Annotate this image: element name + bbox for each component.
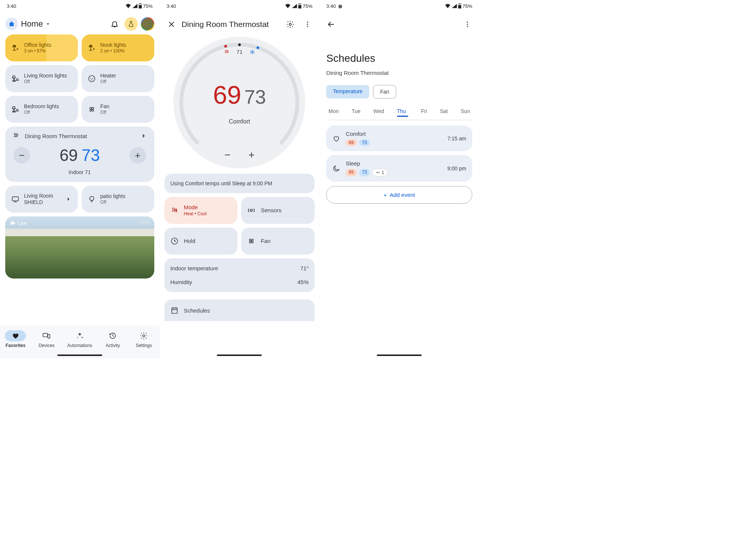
home-label: Home <box>21 19 43 29</box>
chip-fan[interactable]: Fan <box>373 85 396 98</box>
dial-heat: 69 <box>213 80 242 109</box>
heart-icon <box>332 134 340 143</box>
nav-activity[interactable]: Activity <box>102 330 123 348</box>
day-tab-mon[interactable]: Mon <box>328 108 339 117</box>
tile-subtitle: 3 on • 57% <box>24 48 51 54</box>
signal-icon <box>132 4 137 8</box>
notifications-button[interactable] <box>108 17 121 31</box>
tile-hold[interactable]: Hold <box>164 228 238 255</box>
tile-office-lights[interactable]: Office lights 3 on • 57% <box>5 34 78 61</box>
nav-label: Favorites <box>6 343 25 348</box>
arrow-back-icon <box>327 20 335 28</box>
day-tab-sat[interactable]: Sat <box>440 108 448 117</box>
nav-automations[interactable]: Automations <box>67 330 92 348</box>
tile-nook-lights[interactable]: Nook lights 2 on • 100% <box>82 34 154 61</box>
schedule-event-comfort[interactable]: Comfort 69 73 7:15 am <box>326 125 472 151</box>
temp-readout: 69 73 <box>60 146 100 165</box>
temp-plus-button[interactable]: + <box>130 147 146 164</box>
close-icon <box>167 20 176 28</box>
day-tab-fri[interactable]: Fri <box>421 108 427 117</box>
overflow-button[interactable] <box>460 17 474 31</box>
chevron-right-icon <box>140 132 148 140</box>
temp-minus-button[interactable]: − <box>13 147 30 164</box>
svg-point-4 <box>90 78 91 79</box>
overflow-button[interactable] <box>300 17 315 31</box>
day-tabs: Mon Tue Wed Thu Fri Sat Sun <box>326 108 472 117</box>
indoor-temp-label: Indoor temperature <box>170 265 218 271</box>
schedule-event-sleep[interactable]: Sleep 65 73 1 9:00 pm <box>326 155 472 182</box>
tile-patio-lights[interactable]: patio lights Off <box>82 186 154 213</box>
svg-point-3 <box>89 76 95 82</box>
labs-button[interactable] <box>124 17 138 31</box>
dial-plus-button[interactable]: + <box>248 149 254 161</box>
tile-subtitle: 2 on • 100% <box>100 48 126 54</box>
info-card: Indoor temperature 71° Humidity 45% <box>164 258 315 292</box>
day-tab-wed[interactable]: Wed <box>373 108 384 117</box>
tile-shield[interactable]: Living Room SHIELD <box>5 186 78 213</box>
tile-fan[interactable]: Fan Off <box>82 96 154 123</box>
home-icon[interactable] <box>5 18 18 30</box>
tile-mode[interactable]: Mode Heat • Cool <box>164 197 238 224</box>
day-tab-sun[interactable]: Sun <box>461 108 470 117</box>
tile-living-room-lights[interactable]: Living Room lights Off <box>5 65 78 92</box>
dial-current: 71 <box>236 49 243 55</box>
nav-devices[interactable]: Devices <box>36 330 57 348</box>
screen-thermostat-detail: 3:40 75% Dining Room Thermostat 71 69 <box>160 0 320 358</box>
gesture-bar <box>377 354 422 356</box>
gesture-bar <box>217 354 262 356</box>
bulb-icon <box>88 195 96 203</box>
bottom-nav: Favorites Devices Automations Activity S… <box>0 326 160 358</box>
chevron-right-icon <box>65 196 72 203</box>
fan-icon <box>88 105 96 113</box>
chip-temperature[interactable]: Temperature <box>326 85 369 98</box>
devices-icon <box>42 332 51 340</box>
schedules-row[interactable]: Schedules <box>164 299 315 321</box>
home-dropdown[interactable]: Home <box>21 19 51 29</box>
svg-point-14 <box>143 335 145 337</box>
lamp-icon <box>88 44 96 52</box>
tile-heater[interactable]: Heater Off <box>82 65 154 92</box>
day-tab-tue[interactable]: Tue <box>352 108 361 117</box>
signal-icon <box>292 4 297 8</box>
tile-subtitle: Off <box>100 110 109 115</box>
signal-icon <box>452 4 457 8</box>
battery-percentage: 75% <box>303 3 312 9</box>
tile-bedroom-lights[interactable]: Bedroom lights Off <box>5 96 78 123</box>
svg-rect-17 <box>298 5 301 8</box>
event-name: Sleep <box>346 160 442 167</box>
settings-button[interactable] <box>283 17 297 31</box>
tile-fan[interactable]: Fan <box>241 228 315 255</box>
thermostat-dial[interactable]: 71 69 73 Comfort − + <box>173 37 305 168</box>
back-button[interactable] <box>324 17 338 31</box>
tile-title: Bedroom lights <box>24 103 59 110</box>
add-event-button[interactable]: + Add event <box>326 186 472 204</box>
battery-percentage: 75% <box>143 3 153 9</box>
chevron-down-icon <box>45 21 51 27</box>
day-tab-thu[interactable]: Thu <box>397 108 408 117</box>
status-card: Using Comfort temps until Sleep at 9:00 … <box>164 174 315 193</box>
tv-icon <box>11 195 19 203</box>
svg-point-33 <box>467 26 468 27</box>
svg-point-31 <box>467 22 468 23</box>
svg-rect-7 <box>12 197 19 201</box>
svg-rect-12 <box>43 334 48 337</box>
camera-brand: Nest <box>139 219 149 225</box>
status-time: 3:40 <box>167 3 176 9</box>
nav-settings[interactable]: Settings <box>133 330 154 348</box>
camera-card[interactable]: Live Nest <box>5 216 154 279</box>
status-bar: 3:40 75% <box>160 0 319 12</box>
battery-icon <box>458 3 461 9</box>
nav-favorites[interactable]: Favorites <box>5 330 26 348</box>
gear-icon <box>140 332 148 340</box>
thermostat-card[interactable]: Dining Room Thermostat − 69 73 + Indoor … <box>5 127 154 182</box>
tile-title: patio lights <box>100 193 125 200</box>
sensor-pill: 1 <box>372 169 388 176</box>
dial-minus-button[interactable]: − <box>224 149 230 161</box>
nav-label: Devices <box>39 343 55 348</box>
tile-sensors[interactable]: Sensors <box>241 197 315 224</box>
svg-point-21 <box>307 26 308 27</box>
tile-subtitle: Off <box>24 110 59 115</box>
close-button[interactable] <box>164 17 179 31</box>
account-avatar[interactable] <box>141 17 154 31</box>
fan-icon <box>247 237 255 245</box>
